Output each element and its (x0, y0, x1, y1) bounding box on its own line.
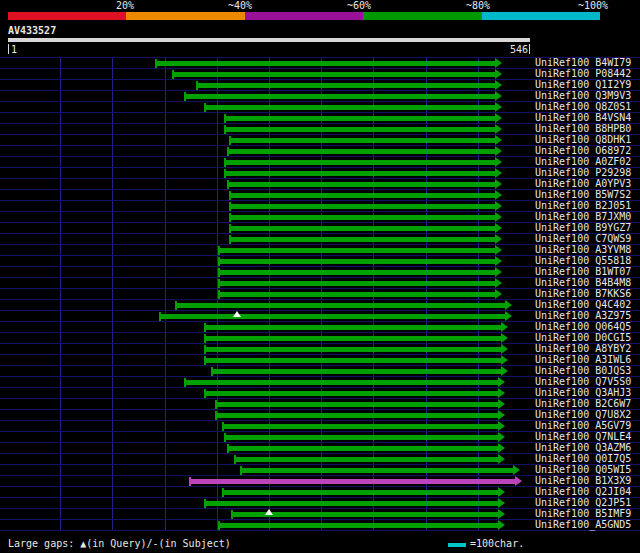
alignment-label[interactable]: UniRef100_Q3AZM6 (535, 443, 631, 453)
alignment-label[interactable]: UniRef100_Q4C402 (535, 300, 631, 310)
alignment-label[interactable]: UniRef100_A3IWL6 (535, 355, 631, 365)
alignment-label[interactable]: UniRef100_C7QWS9 (535, 234, 631, 244)
alignment-bar[interactable] (227, 182, 495, 187)
alignment-arrow-icon (495, 289, 502, 299)
alignment-label[interactable]: UniRef100_A3YVM8 (535, 245, 631, 255)
alignment-bar[interactable] (204, 391, 498, 396)
alignment-arrow-icon (498, 410, 505, 420)
alignment-bar[interactable] (204, 501, 498, 506)
alignment-bar[interactable] (224, 160, 495, 165)
alignment-label[interactable]: UniRef100_A5GV79 (535, 421, 631, 431)
alignment-label[interactable]: UniRef100_Q8Z0S1 (535, 102, 631, 112)
alignment-label[interactable]: UniRef100_Q7U8X2 (535, 410, 631, 420)
gap-marker-icon (233, 311, 241, 317)
alignment-label[interactable]: UniRef100_P29298 (535, 168, 631, 178)
alignment-row: UniRef100_Q3M9V3 (0, 90, 640, 101)
alignment-bar[interactable] (224, 435, 498, 440)
alignment-arrow-icon (495, 80, 502, 90)
alignment-bar[interactable] (229, 204, 495, 209)
alignment-label[interactable]: UniRef100_A5GND5 (535, 520, 631, 530)
alignment-label[interactable]: UniRef100_Q7NLE4 (535, 432, 631, 442)
alignment-bar[interactable] (224, 127, 495, 132)
alignment-bar[interactable] (204, 325, 501, 330)
alignment-bar[interactable] (218, 259, 495, 264)
alignment-arrow-icon (495, 102, 502, 112)
alignment-bar[interactable] (196, 83, 495, 88)
alignment-label[interactable]: UniRef100_Q3AHJ3 (535, 388, 631, 398)
alignment-bar[interactable] (229, 215, 495, 220)
alignment-row: UniRef100_Q0I7Q5 (0, 453, 640, 464)
alignment-bar[interactable] (211, 369, 501, 374)
alignment-label[interactable]: UniRef100_Q1I2Y9 (535, 80, 631, 90)
alignment-bar[interactable] (227, 446, 498, 451)
alignment-label[interactable]: UniRef100_B7KKS6 (535, 289, 631, 299)
alignment-row: UniRef100_B1WT07 (0, 266, 640, 277)
alignment-bar[interactable] (215, 413, 498, 418)
alignment-bar[interactable] (204, 347, 501, 352)
alignment-arrow-icon (498, 443, 505, 453)
alignment-label[interactable]: UniRef100_B4VSN4 (535, 113, 631, 123)
alignment-label[interactable]: UniRef100_B9YGZ7 (535, 223, 631, 233)
alignment-label[interactable]: UniRef100_B4WI79 (535, 58, 631, 68)
alignment-label[interactable]: UniRef100_B1WT07 (535, 267, 631, 277)
alignment-label[interactable]: UniRef100_Q8DHK1 (535, 135, 631, 145)
alignment-bar[interactable] (227, 149, 495, 154)
alignment-label[interactable]: UniRef100_Q0I7Q5 (535, 454, 631, 464)
alignment-label[interactable]: UniRef100_B4B4M8 (535, 278, 631, 288)
alignment-bar[interactable] (184, 380, 498, 385)
alignment-bar[interactable] (204, 105, 495, 110)
alignment-label[interactable]: UniRef100_B5IMF9 (535, 509, 631, 519)
alignment-label[interactable]: UniRef100_Q7V5S0 (535, 377, 631, 387)
alignment-bar[interactable] (218, 281, 495, 286)
alignment-label[interactable]: UniRef100_B2C6W7 (535, 399, 631, 409)
alignment-bar[interactable] (218, 270, 495, 275)
alignment-arrow-icon (495, 256, 502, 266)
alignment-bar[interactable] (229, 237, 495, 242)
alignment-bar[interactable] (204, 336, 501, 341)
alignment-label[interactable]: UniRef100_Q064Q5 (535, 322, 631, 332)
alignment-bar[interactable] (218, 523, 498, 528)
alignment-bar[interactable] (155, 61, 496, 66)
alignment-label[interactable]: UniRef100_A0YPV3 (535, 179, 631, 189)
alignment-bar[interactable] (224, 116, 495, 121)
alignment-label[interactable]: UniRef100_P08442 (535, 69, 631, 79)
alignment-bar[interactable] (184, 94, 495, 99)
alignment-bar[interactable] (218, 248, 495, 253)
alignment-bar[interactable] (159, 314, 504, 319)
alignment-label[interactable]: UniRef100_B2J051 (535, 201, 631, 211)
scale-start: 1 (11, 44, 17, 55)
alignment-label[interactable]: UniRef100_B1X3X9 (535, 476, 631, 486)
alignment-bar[interactable] (215, 402, 498, 407)
alignment-bar[interactable] (222, 490, 499, 495)
alignment-bar[interactable] (218, 292, 495, 297)
alignment-bar[interactable] (240, 468, 514, 473)
alignment-label[interactable]: UniRef100_B0JQS3 (535, 366, 631, 376)
alignment-bar[interactable] (229, 226, 495, 231)
alignment-bar[interactable] (172, 72, 495, 77)
alignment-row: UniRef100_B1X3X9 (0, 475, 640, 486)
alignment-label[interactable]: UniRef100_Q05WI5 (535, 465, 631, 475)
alignment-label[interactable]: UniRef100_B7JXM0 (535, 212, 631, 222)
alignment-label[interactable]: UniRef100_Q55818 (535, 256, 631, 266)
identity-scale-label-40: ~40% (228, 1, 252, 11)
alignment-label[interactable]: UniRef100_D0CGI5 (535, 333, 631, 343)
alignment-bar[interactable] (222, 424, 499, 429)
alignment-label[interactable]: UniRef100_Q2JP51 (535, 498, 631, 508)
alignment-label[interactable]: UniRef100_A0ZF02 (535, 157, 631, 167)
alignment-label[interactable]: UniRef100_B5W7S2 (535, 190, 631, 200)
alignment-bar[interactable] (189, 479, 515, 484)
alignment-bar[interactable] (229, 193, 495, 198)
alignment-label[interactable]: UniRef100_Q3M9V3 (535, 91, 631, 101)
alignment-label[interactable]: UniRef100_O68972 (535, 146, 631, 156)
alignment-label[interactable]: UniRef100_B8HPB0 (535, 124, 631, 134)
alignment-arrow-icon (498, 454, 505, 464)
alignment-label[interactable]: UniRef100_A3Z975 (535, 311, 631, 321)
alignment-bar[interactable] (175, 303, 505, 308)
alignment-row: UniRef100_A5GND5 (0, 519, 640, 530)
alignment-bar[interactable] (229, 138, 495, 143)
alignment-label[interactable]: UniRef100_A8YBY2 (535, 344, 631, 354)
alignment-bar[interactable] (234, 457, 498, 462)
alignment-label[interactable]: UniRef100_Q2JI04 (535, 487, 631, 497)
alignment-bar[interactable] (204, 358, 501, 363)
alignment-bar[interactable] (224, 171, 495, 176)
